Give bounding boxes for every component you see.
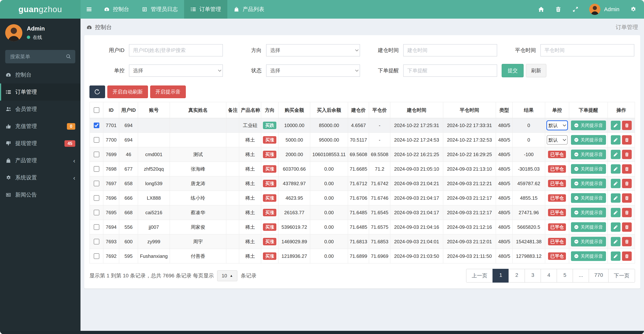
edit-button[interactable] <box>611 193 620 203</box>
row-checkbox[interactable] <box>94 224 99 230</box>
close-time-input[interactable] <box>540 44 634 56</box>
edit-button[interactable] <box>611 179 620 188</box>
close-sound-button[interactable]: 关闭提示音 <box>571 150 606 159</box>
brand-logo[interactable]: guangzhou <box>0 0 80 19</box>
settings-button[interactable] <box>624 0 642 19</box>
user-menu[interactable]: Admin <box>584 0 624 19</box>
sidebar-item-提现管理[interactable]: 提现管理45 <box>0 135 80 152</box>
edit-button[interactable] <box>611 252 620 261</box>
edit-button[interactable] <box>611 237 620 246</box>
open-time-input[interactable] <box>403 44 497 56</box>
sound-on-button[interactable]: 开启提示音 <box>150 86 186 98</box>
page-size-select[interactable]: 10▲ <box>217 270 238 281</box>
select-all-checkbox[interactable] <box>94 107 99 113</box>
edit-button[interactable] <box>611 164 620 174</box>
reload-button[interactable] <box>90 86 105 98</box>
page-button-3[interactable]: 3 <box>524 269 541 282</box>
row-checkbox[interactable] <box>94 239 99 244</box>
sidebar-item-新闻公告[interactable]: 新闻公告 <box>0 186 80 204</box>
page-button-770[interactable]: 770 <box>589 269 608 282</box>
sidebar-item-会员管理[interactable]: 会员管理 <box>0 100 80 118</box>
sidebar-toggle-button[interactable] <box>80 0 98 19</box>
page-button-1[interactable]: 1 <box>492 269 509 282</box>
row-close-time: 2024-10-22 16:29:25 <box>443 147 496 162</box>
home-button[interactable] <box>532 0 550 19</box>
delete-button[interactable] <box>622 222 632 232</box>
close-sound-button[interactable]: 关闭提示音 <box>571 120 606 130</box>
nav-item-管理员日志[interactable]: 管理员日志 <box>136 0 184 19</box>
sidebar-item-系统设置[interactable]: 系统设置‹ <box>0 169 80 186</box>
close-sound-button[interactable]: 关闭提示音 <box>571 193 606 203</box>
edit-button[interactable] <box>611 208 620 217</box>
close-sound-button[interactable]: 关闭提示音 <box>571 179 606 188</box>
user-id-input[interactable] <box>129 44 223 56</box>
close-sound-button[interactable]: 关闭提示音 <box>571 222 606 232</box>
page-button-5[interactable]: 5 <box>556 269 573 282</box>
delete-button[interactable] <box>622 252 632 261</box>
page-button-上一页[interactable]: 上一页 <box>466 269 493 282</box>
auto-refresh-button[interactable]: 开启自动刷新 <box>107 86 148 98</box>
sidebar-item-订单管理[interactable]: 订单管理 <box>0 84 80 100</box>
delete-button[interactable] <box>622 179 632 188</box>
page-button-2[interactable]: 2 <box>508 269 525 282</box>
trash-icon <box>624 181 629 186</box>
close-sound-button[interactable]: 关闭提示音 <box>571 208 606 218</box>
close-sound-button[interactable]: 关闭提示音 <box>571 135 606 145</box>
delete-button[interactable] <box>622 237 632 246</box>
nav-item-控制台[interactable]: 控制台 <box>98 0 136 19</box>
window-bottom-edge <box>0 331 644 334</box>
close-sound-button[interactable]: 关闭提示音 <box>571 237 606 246</box>
sidebar-search-input[interactable] <box>5 50 75 63</box>
nav-item-产品列表[interactable]: 产品列表 <box>227 0 270 19</box>
fullscreen-button[interactable] <box>567 0 584 19</box>
row-checkbox[interactable] <box>94 122 99 128</box>
trash-button[interactable] <box>550 0 567 19</box>
row-amount: 10000.00 <box>278 118 310 133</box>
delete-button[interactable] <box>622 150 632 159</box>
row-checkbox[interactable] <box>94 195 99 201</box>
nav-item-订单管理[interactable]: 订单管理 <box>184 0 227 19</box>
row-checkbox[interactable] <box>94 253 99 259</box>
edit-button[interactable] <box>611 222 620 232</box>
delete-button[interactable] <box>622 164 632 174</box>
search-icon[interactable] <box>66 54 71 59</box>
row-checkbox[interactable] <box>94 166 99 172</box>
sidebar-item-产品管理[interactable]: 产品管理‹ <box>0 152 80 169</box>
control-select[interactable]: 默认 <box>547 135 568 144</box>
breadcrumb[interactable]: 控制台 <box>86 24 112 31</box>
delete-button[interactable] <box>622 193 632 203</box>
row-checkbox[interactable] <box>94 152 99 157</box>
row-account <box>138 118 170 133</box>
row-close-price: 71.6742 <box>369 176 390 191</box>
control-select[interactable]: 默认 <box>547 121 568 130</box>
close-sound-button[interactable]: 关闭提示音 <box>571 251 606 261</box>
order-reminder-input[interactable] <box>403 64 497 77</box>
status-select[interactable]: 选择 <box>266 64 360 77</box>
sidebar-item-控制台[interactable]: 控制台 <box>0 66 80 84</box>
page-button-下一页[interactable]: 下一页 <box>608 269 635 282</box>
row-checkbox[interactable] <box>94 181 99 186</box>
close-sound-button[interactable]: 关闭提示音 <box>571 164 606 174</box>
edit-button[interactable] <box>611 150 620 159</box>
edit-button[interactable] <box>611 135 620 144</box>
sidebar-item-充值管理[interactable]: 充值管理0 <box>0 118 80 135</box>
direction-select[interactable]: 选择 <box>266 44 360 56</box>
delete-button[interactable] <box>622 121 632 130</box>
close-sound-label: 关闭提示音 <box>581 195 603 201</box>
delete-button[interactable] <box>622 208 632 217</box>
direction-badge: 买涨 <box>263 252 276 260</box>
submit-button[interactable]: 提交 <box>502 64 524 77</box>
pencil-icon <box>613 123 618 128</box>
refresh-button[interactable]: 刷新 <box>526 64 546 77</box>
bag-icon <box>234 6 239 12</box>
delete-button[interactable] <box>622 135 632 144</box>
row-balance: 0.00 <box>310 234 348 249</box>
column-header: 真实姓名 <box>170 102 226 118</box>
row-checkbox[interactable] <box>94 137 99 143</box>
edit-button[interactable] <box>611 121 620 130</box>
pagination-info: 显示第 1 到第 10 条记录，总共 7696 条记录 每页显示 10▲ 条记录 <box>90 270 256 281</box>
row-checkbox[interactable] <box>94 210 99 215</box>
sidebar-item-label: 会员管理 <box>15 106 37 113</box>
control-select[interactable]: 选择 <box>129 64 223 77</box>
page-button-4[interactable]: 4 <box>540 269 557 282</box>
